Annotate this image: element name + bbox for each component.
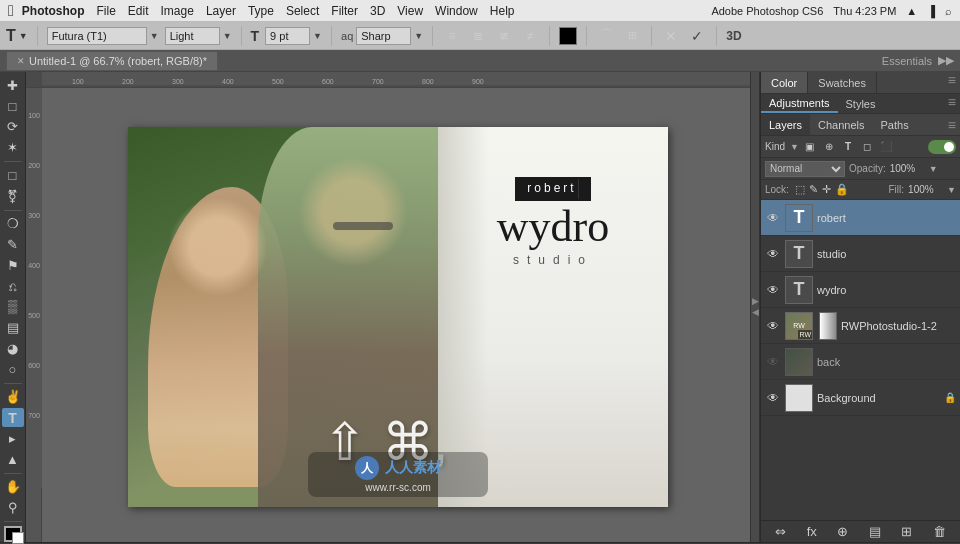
marquee-tool[interactable]: □ (2, 97, 24, 116)
font-family-chevron[interactable]: ▼ (150, 31, 159, 41)
paths-tab[interactable]: Paths (873, 114, 917, 135)
layer-studio[interactable]: 👁 T studio (761, 236, 960, 272)
aa-mode-input[interactable] (356, 27, 411, 45)
history-tool[interactable]: ⎌ (2, 277, 24, 296)
layers-tab[interactable]: Layers (761, 114, 810, 135)
fill-value[interactable]: 100% (908, 184, 943, 195)
adjustments-tab[interactable]: Adjustments (761, 94, 838, 113)
layers-panel-menu[interactable]: ≡ (944, 117, 960, 133)
layer-robert-visibility[interactable]: 👁 (765, 210, 781, 226)
hand-tool[interactable]: ✋ (2, 478, 24, 497)
menu-help[interactable]: Help (490, 4, 515, 18)
aa-chevron[interactable]: ▼ (414, 31, 423, 41)
commit-btn[interactable]: ✓ (687, 26, 707, 46)
swatches-tab[interactable]: Swatches (808, 72, 877, 93)
zoom-tool[interactable]: ⚲ (2, 498, 24, 517)
heal-tool[interactable]: ❍ (2, 214, 24, 233)
crop-tool[interactable]: □ (2, 166, 24, 185)
lock-position-icon[interactable]: ✛ (822, 183, 831, 196)
menu-photoshop[interactable]: Photoshop (22, 4, 85, 18)
cancel-btn[interactable]: ✕ (661, 26, 681, 46)
filter-type-icon[interactable]: T (840, 139, 856, 155)
warp-text-btn[interactable]: ⌒ (596, 26, 616, 46)
menu-file[interactable]: File (97, 4, 116, 18)
delete-layer-btn[interactable]: 🗑 (933, 524, 946, 539)
blend-mode-select[interactable]: Normal Multiply Screen (765, 161, 845, 177)
lock-image-icon[interactable]: ✎ (809, 183, 818, 196)
channels-tab[interactable]: Channels (810, 114, 872, 135)
layer-wydro-visibility[interactable]: 👁 (765, 282, 781, 298)
lasso-tool[interactable]: ⟳ (2, 118, 24, 137)
align-center-btn[interactable]: ≣ (468, 26, 488, 46)
filter-pixel-icon[interactable]: ▣ (802, 139, 818, 155)
text-tool[interactable]: T (2, 408, 24, 427)
opacity-value[interactable]: 100% (890, 163, 925, 174)
path-select-tool[interactable]: ▸ (2, 429, 24, 448)
adjustments-panel-menu[interactable]: ≡ (944, 94, 960, 113)
new-fill-layer-btn[interactable]: ⊕ (837, 524, 848, 539)
blur-tool[interactable]: ◕ (2, 339, 24, 358)
new-group-btn[interactable]: ▤ (869, 524, 881, 539)
brush-tool[interactable]: ✎ (2, 235, 24, 254)
align-left-btn[interactable]: ≡ (442, 26, 462, 46)
layer-background-visibility[interactable]: 👁 (765, 390, 781, 406)
layer-background[interactable]: 👁 Background 🔒 (761, 380, 960, 416)
layer-studio-visibility[interactable]: 👁 (765, 246, 781, 262)
dodge-tool[interactable]: ○ (2, 360, 24, 379)
font-size-chevron[interactable]: ▼ (313, 31, 322, 41)
opacity-chevron[interactable]: ▼ (929, 164, 938, 174)
color-tab[interactable]: Color (761, 72, 808, 93)
pen-tool[interactable]: ✌ (2, 388, 24, 407)
menu-select[interactable]: Select (286, 4, 319, 18)
layer-back-visibility[interactable]: 👁 (765, 354, 781, 370)
styles-tab[interactable]: Styles (838, 94, 884, 113)
gradient-tool[interactable]: ▤ (2, 318, 24, 337)
tab-close-btn[interactable]: ✕ (17, 56, 25, 66)
layer-rw-visibility[interactable]: 👁 (765, 318, 781, 334)
menu-filter[interactable]: Filter (331, 4, 358, 18)
clone-tool[interactable]: ⚑ (2, 256, 24, 275)
search-icon[interactable]: ⌕ (945, 5, 952, 17)
font-family-input[interactable] (47, 27, 147, 45)
layer-back[interactable]: 👁 back (761, 344, 960, 380)
move-tool[interactable]: ✚ (2, 76, 24, 95)
link-layers-btn[interactable]: ⇔ (775, 524, 786, 539)
menu-type[interactable]: Type (248, 4, 274, 18)
layer-robert[interactable]: 👁 T robert (761, 200, 960, 236)
filter-smart-icon[interactable]: ⬛ (878, 139, 894, 155)
menu-edit[interactable]: Edit (128, 4, 149, 18)
layer-effects-btn[interactable]: fx (807, 524, 817, 539)
foreground-color[interactable] (4, 526, 22, 542)
magic-wand-tool[interactable]: ✶ (2, 138, 24, 157)
panel-collapse-strip[interactable]: ▶◀ (750, 72, 760, 542)
new-layer-btn[interactable]: ⊞ (901, 524, 912, 539)
eyedropper-tool[interactable]: ⚧ (2, 187, 24, 206)
font-style-input[interactable] (165, 27, 220, 45)
filter-shape-icon[interactable]: ◻ (859, 139, 875, 155)
eraser-tool[interactable]: ▒ (2, 298, 24, 317)
menu-window[interactable]: Window (435, 4, 478, 18)
font-size-input[interactable] (265, 27, 310, 45)
shape-tool[interactable]: ▲ (2, 450, 24, 469)
document-tab[interactable]: ✕ Untitled-1 @ 66.7% (robert, RGB/8)* (6, 51, 218, 71)
layer-rwphotostudio[interactable]: 👁 RW RWPhotostudio-1-2 (761, 308, 960, 344)
lock-transparent-icon[interactable]: ⬚ (795, 183, 805, 196)
fill-chevron[interactable]: ▼ (947, 185, 956, 195)
lock-all-icon[interactable]: 🔒 (835, 183, 849, 196)
filter-adjustment-icon[interactable]: ⊕ (821, 139, 837, 155)
essentials-label[interactable]: Essentials (882, 55, 932, 67)
panel-collapse-btn[interactable]: ▶▶ (938, 54, 954, 67)
menu-layer[interactable]: Layer (206, 4, 236, 18)
filter-toggle[interactable] (928, 140, 956, 154)
menu-image[interactable]: Image (161, 4, 194, 18)
text-options-btn[interactable]: ⊞ (622, 26, 642, 46)
text-color-swatch[interactable] (559, 27, 577, 45)
color-panel-menu[interactable]: ≡ (944, 72, 960, 93)
filter-kind-chevron[interactable]: ▼ (790, 142, 799, 152)
layer-wydro[interactable]: 👁 T wydro (761, 272, 960, 308)
menu-3d[interactable]: 3D (370, 4, 385, 18)
menu-view[interactable]: View (397, 4, 423, 18)
align-right-btn[interactable]: ≢ (494, 26, 514, 46)
justify-btn[interactable]: ≠ (520, 26, 540, 46)
font-style-chevron[interactable]: ▼ (223, 31, 232, 41)
